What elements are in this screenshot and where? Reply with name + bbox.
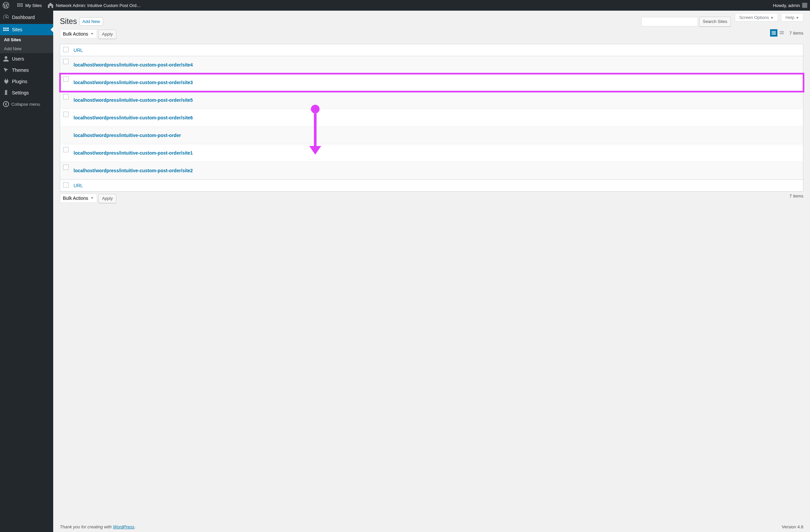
row-url-cell: localhost/wordpress/intuitive-custom-pos… <box>70 56 803 74</box>
row-check-cell <box>60 127 70 144</box>
row-url-cell: localhost/wordpress/intuitive-custom-pos… <box>70 74 803 92</box>
view-switch <box>770 29 785 36</box>
menu-users[interactable]: Users <box>0 53 53 65</box>
svg-point-0 <box>3 101 9 107</box>
menu-plugins-label: Plugins <box>12 79 27 84</box>
chevron-down-icon: ▼ <box>771 16 774 20</box>
row-check-cell <box>60 56 70 74</box>
admin-bar: My Sites Network Admin: Intuitive Custom… <box>0 0 810 11</box>
howdy-link[interactable]: Howdy, admin <box>771 0 810 11</box>
menu-themes[interactable]: Themes <box>0 65 53 76</box>
plugins-icon <box>3 78 9 85</box>
row-checkbox[interactable] <box>63 94 68 99</box>
menu-users-label: Users <box>12 56 24 62</box>
bulk-actions-select-bottom[interactable]: Bulk Actions <box>60 194 97 203</box>
row-checkbox[interactable] <box>63 147 68 152</box>
select-all-top[interactable] <box>63 47 68 52</box>
table-row[interactable]: localhost/wordpress/intuitive-custom-pos… <box>60 144 803 162</box>
howdy-text: Howdy, admin <box>773 3 800 8</box>
submenu-all-sites[interactable]: All Sites <box>0 35 53 44</box>
footer-version: Version 4.8 <box>782 525 803 529</box>
site-url-link[interactable]: localhost/wordpress/intuitive-custom-pos… <box>74 133 181 138</box>
site-url-link[interactable]: localhost/wordpress/intuitive-custom-pos… <box>74 168 193 173</box>
footer-wp-link[interactable]: WordPress <box>113 525 134 529</box>
footer: Thank you for creating with WordPress. V… <box>60 525 803 529</box>
row-checkbox[interactable] <box>63 165 68 170</box>
add-new-button[interactable]: Add New <box>80 17 103 26</box>
column-url-header[interactable]: URL <box>70 44 803 56</box>
row-url-cell: localhost/wordpress/intuitive-custom-pos… <box>70 109 803 127</box>
admin-menu: Dashboard Sites All Sites Add New Users … <box>0 11 53 532</box>
row-url-cell: localhost/wordpress/intuitive-custom-pos… <box>70 127 803 144</box>
avatar <box>802 3 807 8</box>
site-url-link[interactable]: localhost/wordpress/intuitive-custom-pos… <box>74 150 193 156</box>
table-row[interactable]: localhost/wordpress/intuitive-custom-pos… <box>60 162 803 180</box>
users-icon <box>3 55 9 62</box>
item-count-top: 7 items <box>789 31 803 36</box>
site-url-link[interactable]: localhost/wordpress/intuitive-custom-pos… <box>74 97 193 103</box>
screen-options-tab[interactable]: Screen Options▼ <box>735 14 778 21</box>
site-url-link[interactable]: localhost/wordpress/intuitive-custom-pos… <box>74 62 193 67</box>
footer-thankyou: Thank you for creating with WordPress. <box>60 525 136 529</box>
menu-sites[interactable]: Sites <box>0 24 53 35</box>
screen-meta-links: Screen Options▼ Help▼ <box>733 14 803 21</box>
row-checkbox[interactable] <box>63 77 68 82</box>
my-sites-label: My Sites <box>25 3 42 8</box>
bulk-actions-select-top[interactable]: Bulk Actions <box>60 29 97 38</box>
row-check-cell <box>60 109 70 127</box>
row-check-cell <box>60 144 70 162</box>
search-box: Search Sites <box>642 17 731 27</box>
collapse-icon <box>3 101 9 108</box>
submenu-sites: All Sites Add New <box>0 35 53 53</box>
collapse-label: Collapse menu <box>11 102 40 107</box>
settings-icon <box>3 90 9 96</box>
row-checkbox[interactable] <box>63 112 68 117</box>
table-row[interactable]: localhost/wordpress/intuitive-custom-pos… <box>60 127 803 144</box>
home-icon <box>47 2 54 9</box>
table-row[interactable]: localhost/wordpress/intuitive-custom-pos… <box>60 92 803 109</box>
my-sites-link[interactable]: My Sites <box>14 0 45 11</box>
menu-settings[interactable]: Settings <box>0 87 53 98</box>
wordpress-icon <box>3 2 9 9</box>
table-row[interactable]: localhost/wordpress/intuitive-custom-pos… <box>60 56 803 74</box>
row-check-cell <box>60 74 70 92</box>
submenu-add-new[interactable]: Add New <box>0 44 53 53</box>
table-row[interactable]: localhost/wordpress/intuitive-custom-pos… <box>60 74 803 92</box>
menu-settings-label: Settings <box>12 90 29 95</box>
site-name-link[interactable]: Network Admin: Intuitive Custom Post Ord… <box>45 0 144 11</box>
multisite-icon <box>17 2 23 9</box>
menu-plugins[interactable]: Plugins <box>0 76 53 87</box>
row-url-cell: localhost/wordpress/intuitive-custom-pos… <box>70 144 803 162</box>
main-body: Screen Options▼ Help▼ Sites Add New Sear… <box>53 11 810 222</box>
apply-button-bottom[interactable]: Apply <box>98 194 117 203</box>
item-count-bottom: 7 items <box>789 194 803 198</box>
search-input[interactable] <box>642 17 698 26</box>
row-url-cell: localhost/wordpress/intuitive-custom-pos… <box>70 92 803 109</box>
page-title: Sites <box>60 14 77 27</box>
row-check-cell <box>60 162 70 180</box>
apply-button-top[interactable]: Apply <box>98 30 117 39</box>
collapse-menu[interactable]: Collapse menu <box>0 98 53 110</box>
wp-logo[interactable] <box>0 0 14 11</box>
help-tab[interactable]: Help▼ <box>781 14 803 21</box>
sites-icon <box>3 26 9 33</box>
select-all-bottom[interactable] <box>63 182 68 188</box>
menu-sites-label: Sites <box>12 27 22 32</box>
row-checkbox[interactable] <box>63 59 68 64</box>
themes-icon <box>3 67 9 74</box>
view-list-icon[interactable] <box>770 29 777 36</box>
search-sites-button[interactable]: Search Sites <box>699 17 731 27</box>
menu-dashboard[interactable]: Dashboard <box>0 11 53 24</box>
table-row[interactable]: localhost/wordpress/intuitive-custom-pos… <box>60 109 803 127</box>
site-url-link[interactable]: localhost/wordpress/intuitive-custom-pos… <box>74 115 193 120</box>
column-url-footer[interactable]: URL <box>70 180 803 192</box>
site-title-label: Network Admin: Intuitive Custom Post Ord… <box>56 3 141 8</box>
dashboard-icon <box>3 14 9 21</box>
tablenav-top: Bulk Actions Apply 7 items <box>60 29 803 43</box>
tablenav-bottom: Bulk Actions Apply 7 items <box>60 194 803 207</box>
menu-themes-label: Themes <box>12 67 29 73</box>
row-url-cell: localhost/wordpress/intuitive-custom-pos… <box>70 162 803 180</box>
view-excerpt-icon[interactable] <box>778 29 785 36</box>
site-url-link[interactable]: localhost/wordpress/intuitive-custom-pos… <box>74 80 193 85</box>
sites-table: URL localhost/wordpress/intuitive-custom… <box>60 44 803 192</box>
